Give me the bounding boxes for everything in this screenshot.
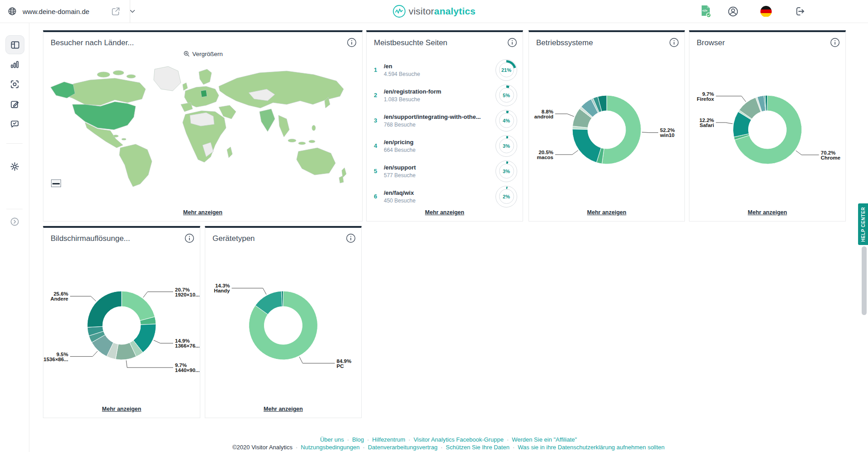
device-donut-chart[interactable]: 84.9%PC14.3%Handy [205,267,361,402]
browser-donut-chart[interactable]: 70.2%Chrome12.2%Safari9.7%Firefox [689,71,845,207]
more-link[interactable]: Mehr anzeigen [43,209,362,216]
svg-text:8.8%android: 8.8%android [534,109,553,119]
svg-text:</>: </> [702,9,708,13]
more-link[interactable]: Mehr anzeigen [367,209,523,216]
page-list-item[interactable]: 3/en/support/integrating-with-othe...768… [374,110,517,131]
sidebar-item-recordings[interactable] [5,75,24,93]
external-link-icon[interactable] [110,6,121,17]
statistics-icon [9,59,20,70]
footer-link[interactable]: Über uns [320,436,344,443]
vertical-scrollbar-thumb[interactable] [862,246,867,315]
page-rank: 1 [374,66,384,73]
card-title: Gerätetypen [212,234,255,243]
dashboard-icon [10,40,20,50]
more-link[interactable]: Mehr anzeigen [43,406,200,412]
map-zoom-in-button[interactable]: Vergrößern [183,50,223,57]
footer-link[interactable]: Schützen Sie Ihre Daten [446,444,509,451]
sidebar-divider [6,143,23,144]
page-path-link[interactable]: /en/registration-form [384,88,493,95]
page-path-link[interactable]: /en/support/integrating-with-othe... [384,113,493,120]
help-center-label: HELP CENTER [861,207,866,242]
domain-selector[interactable]: www.deine-domain.de [7,0,137,23]
sidebar-item-dashboard[interactable] [5,35,24,54]
footer-links-row2: ©2020 Visitor Analytics·Nutzungsbedingun… [29,443,868,451]
tracking-code-icon[interactable]: </> [699,0,712,23]
brand-logo[interactable]: visitoranalytics [392,0,476,23]
info-icon[interactable] [184,233,194,243]
page-list-item[interactable]: 4/en/pricing664 Besuche3% [374,135,517,156]
map-legend-icon[interactable] [51,179,61,187]
page-percent-ring: 21% [495,59,517,81]
help-center-tab[interactable]: HELP CENTER [858,203,868,245]
info-icon[interactable] [830,38,840,47]
page-rank: 3 [374,117,384,124]
page-percent-label: 2% [499,189,514,204]
footer-links-row1: Über uns·Blog·Hilfezentrum·Visitor Analy… [29,436,868,443]
svg-text:9.7%1440×90...: 9.7%1440×90... [175,363,200,373]
world-map[interactable] [47,61,359,192]
card-title: Bildschirmauflösunge... [51,234,130,243]
footer-link[interactable]: Visitor Analytics Facebook-Gruppe [414,436,504,443]
svg-text:70.2%Chrome: 70.2%Chrome [821,150,840,160]
svg-text:9.7%Firefox: 9.7%Firefox [697,91,714,102]
sidebar-item-edit[interactable] [5,95,24,113]
page-path-link[interactable]: /en/faq/wix [384,189,493,196]
sidebar-item-feedback[interactable] [5,115,24,133]
card-visitors-by-country: Besucher nach Länder... Vergrößern [43,30,363,221]
more-link[interactable]: Mehr anzeigen [205,406,361,412]
page-rank: 5 [374,168,384,174]
page-footer: Über uns·Blog·Hilfezentrum·Visitor Analy… [29,436,868,451]
info-icon[interactable] [669,38,679,47]
sidebar-collapse-toggle[interactable] [5,212,24,231]
page-list-item[interactable]: 5/en/support577 Besuche3% [374,160,517,182]
info-icon[interactable] [347,38,357,47]
logout-icon[interactable] [794,0,806,23]
info-icon[interactable] [507,38,517,47]
card-device-types: Gerätetypen 84.9%PC14.3%Handy Mehr anzei… [205,226,362,418]
page-percent-label: 4% [499,113,514,128]
card-browser: Browser 70.2%Chrome12.2%Safari9.7%Firefo… [689,30,846,221]
zoom-in-icon [183,50,190,57]
sidebar-item-settings[interactable] [5,157,24,175]
footer-link[interactable]: Datenverarbeitungsvertrag [368,444,438,451]
card-title: Betriebssysteme [536,38,593,47]
more-link[interactable]: Mehr anzeigen [689,209,845,216]
resolution-donut-chart[interactable]: 20.7%1920×10...14.9%1366×76...9.7%1440×9… [43,267,200,402]
page-visits: 768 Besuche [384,122,493,128]
top-pages-list: 1/en4.594 Besuche21%2/en/registration-fo… [374,59,517,211]
edit-icon [9,99,20,109]
svg-text:84.9%PC: 84.9%PC [337,358,352,369]
page-path-link[interactable]: /en/pricing [384,139,493,146]
footer-link[interactable]: Hilfezentrum [372,436,405,443]
page-rank: 4 [374,142,384,149]
footer-link[interactable]: Was sie in ihre Datenschutzerklärung auf… [518,444,665,451]
footer-link[interactable]: Werden Sie ein "Affiliate" [512,436,577,443]
account-icon[interactable] [727,0,739,23]
page-percent-label: 3% [499,138,514,153]
footer-link[interactable]: Nutzungsbedingungen [301,444,359,451]
info-icon[interactable] [346,233,356,243]
page-percent-ring: 4% [495,110,517,132]
page-list-item[interactable]: 2/en/registration-form1.083 Besuche5% [374,85,517,106]
page-list-item[interactable]: 1/en4.594 Besuche21% [374,59,517,80]
map-zoom-label: Vergrößern [192,51,223,57]
sidebar-divider [6,209,23,209]
svg-text:20.5%macos: 20.5%macos [537,150,553,160]
page-path-link[interactable]: /en/support [384,164,493,171]
left-sidebar [0,23,29,452]
footer-link[interactable]: Blog [352,436,364,443]
sidebar-item-statistics[interactable] [5,55,24,73]
page-path-link[interactable]: /en [384,63,493,70]
logo-text-visitor: visitor [409,6,434,16]
os-donut-chart[interactable]: 52.2%win1020.5%macos8.8%android [529,71,684,207]
page-rank: 2 [374,92,384,99]
language-flag-icon[interactable] [760,0,772,23]
topbar-divider [130,0,130,23]
more-link[interactable]: Mehr anzeigen [529,209,684,216]
svg-text:52.2%win10: 52.2%win10 [660,127,675,138]
page-percent-ring: 5% [495,85,517,106]
copyright: ©2020 Visitor Analytics [232,444,292,451]
page-percent-ring: 2% [495,186,517,207]
page-list-item[interactable]: 6/en/faq/wix450 Besuche2% [374,186,517,207]
page-percent-label: 3% [499,164,514,179]
